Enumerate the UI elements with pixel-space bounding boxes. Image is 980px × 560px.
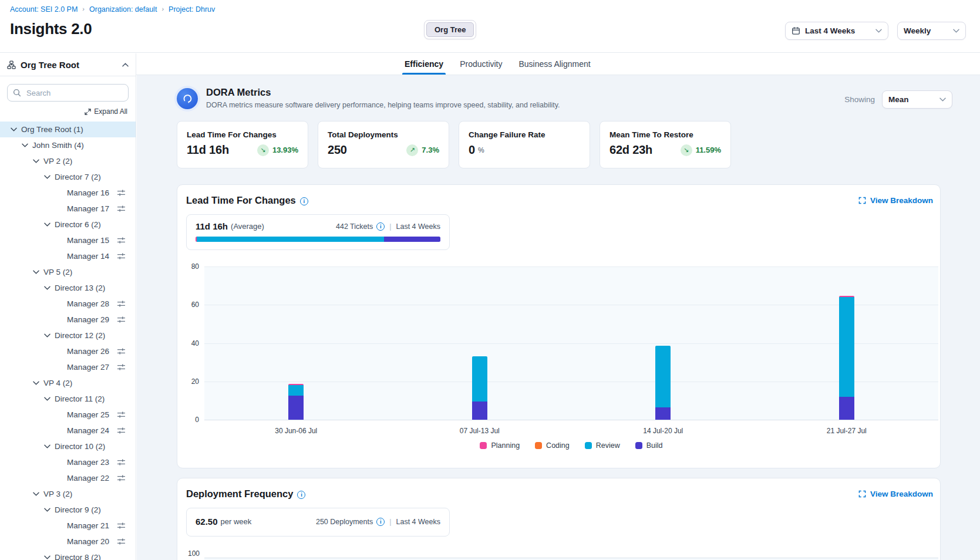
collapse-panel-chevron-icon[interactable] [122, 63, 129, 67]
filters-icon[interactable] [117, 427, 126, 434]
filters-icon[interactable] [117, 205, 126, 212]
filters-icon[interactable] [117, 474, 126, 482]
tree-item-director-10[interactable]: Director 10 (2) [0, 438, 136, 454]
legend-label: Review [596, 441, 620, 450]
tree-item-vp-2[interactable]: VP 2 (2) [0, 153, 136, 169]
showing-select[interactable]: Mean [882, 90, 952, 109]
deployment-view-breakdown-link[interactable]: View Breakdown [858, 490, 933, 498]
filters-icon[interactable] [117, 348, 126, 355]
tab-efficiency[interactable]: Efficiency [403, 53, 444, 75]
filters-icon[interactable] [117, 411, 126, 419]
legend-item-coding[interactable]: Coding [535, 441, 570, 450]
summary-range: Last 4 Weeks [396, 518, 440, 526]
tree-item-manager-29[interactable]: Manager 29 [0, 312, 136, 328]
info-icon[interactable]: i [300, 197, 308, 205]
metric-card-title: Mean Time To Restore [609, 130, 721, 139]
tree-item-manager-15[interactable]: Manager 15 [0, 232, 136, 248]
search-input[interactable] [25, 88, 123, 98]
tree-item-director-8[interactable]: Director 8 (2) [0, 549, 136, 560]
legend-item-planning[interactable]: Planning [480, 441, 520, 450]
tree-item-director-11[interactable]: Director 11 (2) [0, 391, 136, 407]
tree-item-manager-22[interactable]: Manager 22 [0, 470, 136, 486]
tree-item-label: Manager 26 [67, 347, 109, 356]
chevron-down-icon[interactable] [44, 333, 50, 338]
chevron-down-icon[interactable] [44, 397, 50, 401]
chevron-down-icon[interactable] [44, 286, 50, 290]
lead-time-view-breakdown-link[interactable]: View Breakdown [858, 196, 933, 205]
chevron-down-icon[interactable] [44, 555, 50, 559]
tree-item-manager-25[interactable]: Manager 25 [0, 407, 136, 423]
info-icon[interactable]: i [376, 518, 385, 526]
chevron-down-icon[interactable] [44, 508, 50, 512]
expand-all-button[interactable]: Expand All [8, 107, 127, 116]
legend-item-review[interactable]: Review [585, 441, 620, 450]
stage-bar-segment-build [384, 237, 440, 242]
metric-trend-percent: 7.3% [422, 146, 439, 154]
bar-21-jul-27-jul[interactable] [839, 296, 854, 420]
tree-item-director-7[interactable]: Director 7 (2) [0, 169, 136, 185]
tree-item-john-smith[interactable]: John Smith (4) [0, 137, 136, 153]
tree-item-vp-5[interactable]: VP 5 (2) [0, 264, 136, 280]
tree-item-manager-24[interactable]: Manager 24 [0, 423, 136, 438]
tree-item-director-9[interactable]: Director 9 (2) [0, 502, 136, 518]
deployment-rate-value: 62.50 [196, 517, 218, 527]
legend-item-build[interactable]: Build [635, 441, 663, 450]
tree-item-manager-16[interactable]: Manager 16 [0, 185, 136, 201]
tree-item-vp-3[interactable]: VP 3 (2) [0, 486, 136, 502]
chevron-down-icon[interactable] [22, 143, 28, 147]
bar-14-jul-20-jul[interactable] [655, 346, 671, 420]
tab-productivity[interactable]: Productivity [459, 53, 503, 75]
tree-item-director-12[interactable]: Director 12 (2) [0, 328, 136, 343]
metric-card-title: Lead Time For Changes [187, 130, 298, 139]
filters-icon[interactable] [117, 522, 126, 529]
chevron-down-icon[interactable] [33, 159, 39, 163]
tree-item-manager-14[interactable]: Manager 14 [0, 248, 136, 264]
chevron-down-icon[interactable] [33, 270, 39, 274]
tree-item-manager-17[interactable]: Manager 17 [0, 201, 136, 217]
filters-icon[interactable] [117, 363, 126, 371]
chevron-down-icon[interactable] [44, 444, 50, 448]
org-tree-button[interactable]: Org Tree [424, 20, 476, 39]
tree-item-director-6[interactable]: Director 6 (2) [0, 217, 136, 232]
tree-item-org-tree-root[interactable]: Org Tree Root (1) [0, 122, 136, 137]
lead-time-stage-bar[interactable] [196, 237, 440, 242]
filters-icon[interactable] [117, 458, 126, 466]
tree-item-label: John Smith (4) [32, 141, 84, 150]
lead-time-average-qualifier: (Average) [231, 222, 264, 231]
filters-icon[interactable] [117, 252, 126, 260]
chevron-down-icon[interactable] [11, 127, 17, 131]
info-icon[interactable]: i [376, 222, 385, 231]
filters-icon[interactable] [117, 237, 126, 244]
granularity-select[interactable]: Weekly [897, 22, 966, 40]
chevron-down-icon[interactable] [33, 381, 39, 385]
bar-30-jun-06-jul[interactable] [288, 384, 304, 420]
tree-item-vp-4[interactable]: VP 4 (2) [0, 375, 136, 391]
breadcrumb-link-organization[interactable]: Organization: default [89, 5, 157, 14]
tree-item-label: Director 9 (2) [55, 505, 101, 514]
sidebar-search[interactable] [7, 84, 129, 102]
metric-trend-badge: ↗7.3% [406, 144, 439, 156]
tree-item-manager-28[interactable]: Manager 28 [0, 296, 136, 312]
breadcrumb-link-account[interactable]: Account: SEI 2.0 PM [10, 5, 78, 14]
expand-corners-icon [858, 490, 866, 498]
tree-item-manager-26[interactable]: Manager 26 [0, 343, 136, 359]
filters-icon[interactable] [117, 316, 126, 323]
filters-icon[interactable] [117, 300, 126, 308]
filters-icon[interactable] [117, 538, 126, 545]
date-range-select[interactable]: Last 4 Weeks [785, 22, 888, 40]
tree-item-manager-27[interactable]: Manager 27 [0, 359, 136, 375]
info-icon[interactable]: i [297, 491, 305, 499]
tree-item-manager-20[interactable]: Manager 20 [0, 534, 136, 549]
filters-icon[interactable] [117, 189, 126, 197]
chevron-down-icon[interactable] [33, 492, 39, 496]
tree-item-manager-23[interactable]: Manager 23 [0, 454, 136, 470]
bar-07-jul-13-jul[interactable] [472, 356, 487, 420]
chevron-down-icon[interactable] [44, 175, 50, 179]
tree-item-manager-21[interactable]: Manager 21 [0, 518, 136, 534]
tree-item-director-13[interactable]: Director 13 (2) [0, 280, 136, 296]
bar-segment-review [288, 385, 304, 396]
breadcrumb-link-project[interactable]: Project: Dhruv [169, 5, 215, 14]
tab-business-alignment[interactable]: Business Alignment [518, 53, 592, 75]
chevron-down-icon[interactable] [44, 222, 50, 227]
x-axis-tick-label: 07 Jul-13 Jul [460, 427, 500, 435]
